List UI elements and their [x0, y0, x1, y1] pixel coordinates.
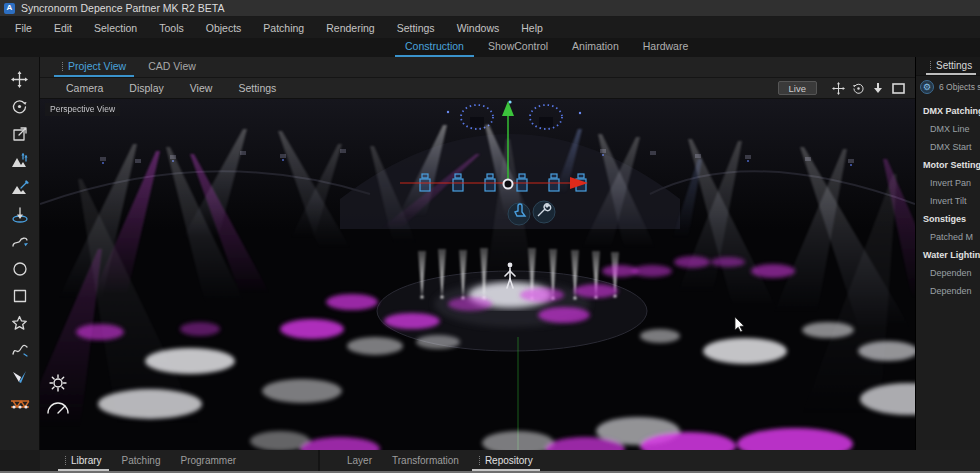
- menu-windows[interactable]: Windows: [446, 22, 511, 34]
- tab-project-view[interactable]: Project View: [54, 58, 134, 77]
- touch-select-badge[interactable]: [508, 203, 530, 225]
- section-water-lighting: Water Lighting: [916, 246, 980, 264]
- setting-invert-tilt[interactable]: Invert Tilt: [916, 192, 980, 210]
- drag-grip-icon: [930, 61, 932, 70]
- scale-open-tool-icon[interactable]: [9, 125, 31, 142]
- terrain-paint-tool-icon[interactable]: [9, 179, 31, 196]
- drag-grip-icon: [479, 456, 481, 465]
- tab-layer[interactable]: Layer: [340, 453, 379, 471]
- tab-library-label: Library: [71, 455, 102, 466]
- menu-patching[interactable]: Patching: [252, 22, 315, 34]
- camera-menu[interactable]: Camera: [54, 82, 115, 94]
- truss-tool-icon[interactable]: [9, 395, 31, 412]
- menu-settings[interactable]: Settings: [386, 22, 446, 34]
- menu-file[interactable]: File: [4, 22, 43, 34]
- section-dmx-patching: DMX Patching: [916, 102, 980, 120]
- tab-showcontrol[interactable]: ShowControl: [478, 38, 558, 57]
- drop-down-icon[interactable]: [869, 80, 887, 96]
- title-bar: A Syncronorm Depence Partner MK R2 BETA: [0, 0, 980, 17]
- view-menu[interactable]: View: [178, 82, 225, 94]
- tab-transformation[interactable]: Transformation: [385, 453, 466, 471]
- tab-library[interactable]: Library: [58, 453, 109, 471]
- terrain-raise-tool-icon[interactable]: [9, 152, 31, 169]
- section-sonstiges: Sonstiges: [916, 210, 980, 228]
- live-button[interactable]: Live: [778, 81, 817, 95]
- maximize-frame-icon[interactable]: [889, 80, 907, 96]
- bottom-left-tabbar: Library Patching Programmer: [40, 450, 318, 471]
- menu-tools[interactable]: Tools: [148, 22, 195, 34]
- tab-transformation-label: Transformation: [392, 455, 459, 466]
- move-tool-icon[interactable]: [9, 71, 31, 88]
- tab-programmer-label: Programmer: [181, 455, 237, 466]
- setting-dmx-line[interactable]: DMX Line: [916, 120, 980, 138]
- setting-dmx-start[interactable]: DMX Start: [916, 138, 980, 156]
- freehand-tool-icon[interactable]: [9, 341, 31, 358]
- menu-rendering[interactable]: Rendering: [315, 22, 385, 34]
- tab-construction[interactable]: Construction: [395, 38, 474, 57]
- menu-edit[interactable]: Edit: [43, 22, 83, 34]
- pan-view-icon[interactable]: [829, 80, 847, 96]
- rotate-tool-icon[interactable]: [9, 98, 31, 115]
- settings-menu[interactable]: Settings: [226, 82, 288, 94]
- tab-repository[interactable]: Repository: [472, 453, 540, 471]
- gear-icon[interactable]: ⚙: [920, 80, 934, 94]
- tab-layer-label: Layer: [347, 455, 372, 466]
- mouse-cursor: [735, 317, 744, 332]
- orbit-view-icon[interactable]: [849, 80, 867, 96]
- mode-tab-bar: Construction ShowControl Animation Hardw…: [0, 38, 980, 57]
- main-content: Project View CAD View Camera Display Vie…: [0, 57, 980, 450]
- perspective-view-label: Perspective View: [45, 103, 120, 116]
- object-toolbar: [0, 57, 40, 450]
- setting-invert-pan[interactable]: Invert Pan: [916, 174, 980, 192]
- selection-status-row: ⚙ 6 Objects sele: [916, 76, 980, 98]
- bottom-corner: [0, 450, 40, 471]
- view-tab-bar: Project View CAD View: [40, 57, 915, 78]
- tab-hardware[interactable]: Hardware: [633, 38, 699, 57]
- viewport-toolbar: Camera Display View Settings Live: [40, 78, 915, 99]
- settings-panel-tabbar: Settings: [916, 57, 980, 76]
- tab-animation[interactable]: Animation: [562, 38, 629, 57]
- tab-cad-view-label: CAD View: [148, 60, 196, 72]
- 3d-viewport[interactable]: Perspective View: [40, 99, 915, 450]
- ellipse-tool-icon[interactable]: [9, 260, 31, 277]
- drag-grip-icon: [65, 456, 67, 465]
- tab-project-view-label: Project View: [68, 60, 126, 72]
- spline-tool-icon[interactable]: [9, 233, 31, 250]
- window-title: Syncronorm Depence Partner MK R2 BETA: [21, 2, 224, 14]
- bottom-right-tabbar: Layer Transformation Repository: [320, 450, 980, 471]
- star-tool-icon[interactable]: [9, 314, 31, 331]
- settings-tab-label: Settings: [936, 60, 972, 71]
- bottom-panel-bar: Library Patching Programmer Layer Transf…: [0, 450, 980, 471]
- selection-status-text: 6 Objects sele: [939, 82, 980, 92]
- tab-cad-view[interactable]: CAD View: [140, 58, 204, 77]
- check-polyline-tool-icon[interactable]: [9, 368, 31, 385]
- tab-patching-label: Patching: [122, 455, 161, 466]
- 3d-viewport-scene: [40, 99, 915, 450]
- menu-objects[interactable]: Objects: [195, 22, 253, 34]
- tab-patching[interactable]: Patching: [115, 453, 168, 471]
- tab-programmer[interactable]: Programmer: [174, 453, 244, 471]
- app-logo-icon: A: [4, 3, 15, 14]
- tool-badge[interactable]: [533, 201, 555, 223]
- settings-list: DMX Patching DMX Line DMX Start Motor Se…: [916, 98, 980, 300]
- menu-selection[interactable]: Selection: [83, 22, 148, 34]
- rectangle-tool-icon[interactable]: [9, 287, 31, 304]
- display-menu[interactable]: Display: [117, 82, 175, 94]
- viewport-panel: Project View CAD View Camera Display Vie…: [40, 57, 915, 450]
- menu-help[interactable]: Help: [510, 22, 554, 34]
- tab-repository-label: Repository: [485, 455, 533, 466]
- drop-to-floor-tool-icon[interactable]: [9, 206, 31, 223]
- settings-panel: Settings ⚙ 6 Objects sele DMX Patching D…: [915, 57, 980, 450]
- setting-patched-m[interactable]: Patched M: [916, 228, 980, 246]
- section-motor-settings: Motor Settings: [916, 156, 980, 174]
- menu-bar: File Edit Selection Tools Objects Patchi…: [0, 17, 980, 38]
- setting-dependen-1[interactable]: Dependen: [916, 264, 980, 282]
- tab-settings-panel[interactable]: Settings: [926, 58, 976, 75]
- setting-dependen-2[interactable]: Dependen: [916, 282, 980, 300]
- drag-grip-icon: [62, 62, 64, 71]
